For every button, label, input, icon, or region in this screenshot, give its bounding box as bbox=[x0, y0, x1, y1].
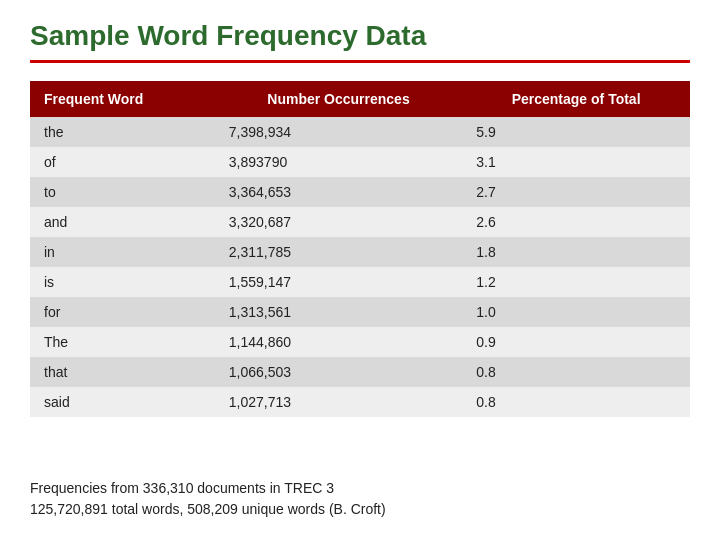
cell-percentage: 1.2 bbox=[462, 267, 690, 297]
page: Sample Word Frequency Data Frequent Word… bbox=[0, 0, 720, 540]
frequency-table: Frequent Word Number Occurrences Percent… bbox=[30, 81, 690, 417]
table-body: the7,398,9345.9of3,8937903.1to3,364,6532… bbox=[30, 117, 690, 417]
cell-word: for bbox=[30, 297, 215, 327]
cell-word: of bbox=[30, 147, 215, 177]
cell-word: that bbox=[30, 357, 215, 387]
footer-line2: 125,720,891 total words, 508,209 unique … bbox=[30, 501, 386, 517]
cell-occurrences: 1,313,561 bbox=[215, 297, 462, 327]
table-wrapper: Frequent Word Number Occurrences Percent… bbox=[30, 81, 690, 464]
cell-occurrences: 1,027,713 bbox=[215, 387, 462, 417]
cell-occurrences: 3,893790 bbox=[215, 147, 462, 177]
table-row: in2,311,7851.8 bbox=[30, 237, 690, 267]
table-row: that1,066,5030.8 bbox=[30, 357, 690, 387]
cell-occurrences: 1,144,860 bbox=[215, 327, 462, 357]
cell-percentage: 3.1 bbox=[462, 147, 690, 177]
cell-occurrences: 3,320,687 bbox=[215, 207, 462, 237]
table-row: for1,313,5611.0 bbox=[30, 297, 690, 327]
cell-word: in bbox=[30, 237, 215, 267]
table-row: is1,559,1471.2 bbox=[30, 267, 690, 297]
cell-word: is bbox=[30, 267, 215, 297]
cell-word: to bbox=[30, 177, 215, 207]
col-header-word: Frequent Word bbox=[30, 81, 215, 117]
table-row: said1,027,7130.8 bbox=[30, 387, 690, 417]
cell-occurrences: 2,311,785 bbox=[215, 237, 462, 267]
table-row: of3,8937903.1 bbox=[30, 147, 690, 177]
footer-text: Frequencies from 336,310 documents in TR… bbox=[30, 478, 690, 520]
col-header-occurrences: Number Occurrences bbox=[215, 81, 462, 117]
cell-word: The bbox=[30, 327, 215, 357]
cell-percentage: 2.7 bbox=[462, 177, 690, 207]
cell-percentage: 5.9 bbox=[462, 117, 690, 147]
cell-percentage: 1.0 bbox=[462, 297, 690, 327]
cell-percentage: 2.6 bbox=[462, 207, 690, 237]
table-row: to3,364,6532.7 bbox=[30, 177, 690, 207]
cell-occurrences: 1,066,503 bbox=[215, 357, 462, 387]
divider bbox=[30, 60, 690, 63]
cell-percentage: 0.8 bbox=[462, 357, 690, 387]
cell-word: said bbox=[30, 387, 215, 417]
cell-word: and bbox=[30, 207, 215, 237]
col-header-percentage: Percentage of Total bbox=[462, 81, 690, 117]
cell-occurrences: 1,559,147 bbox=[215, 267, 462, 297]
cell-occurrences: 7,398,934 bbox=[215, 117, 462, 147]
cell-word: the bbox=[30, 117, 215, 147]
table-header-row: Frequent Word Number Occurrences Percent… bbox=[30, 81, 690, 117]
page-title: Sample Word Frequency Data bbox=[30, 20, 690, 52]
table-row: The1,144,8600.9 bbox=[30, 327, 690, 357]
cell-occurrences: 3,364,653 bbox=[215, 177, 462, 207]
cell-percentage: 1.8 bbox=[462, 237, 690, 267]
footer-line1: Frequencies from 336,310 documents in TR… bbox=[30, 480, 334, 496]
table-row: and3,320,6872.6 bbox=[30, 207, 690, 237]
table-row: the7,398,9345.9 bbox=[30, 117, 690, 147]
cell-percentage: 0.9 bbox=[462, 327, 690, 357]
cell-percentage: 0.8 bbox=[462, 387, 690, 417]
